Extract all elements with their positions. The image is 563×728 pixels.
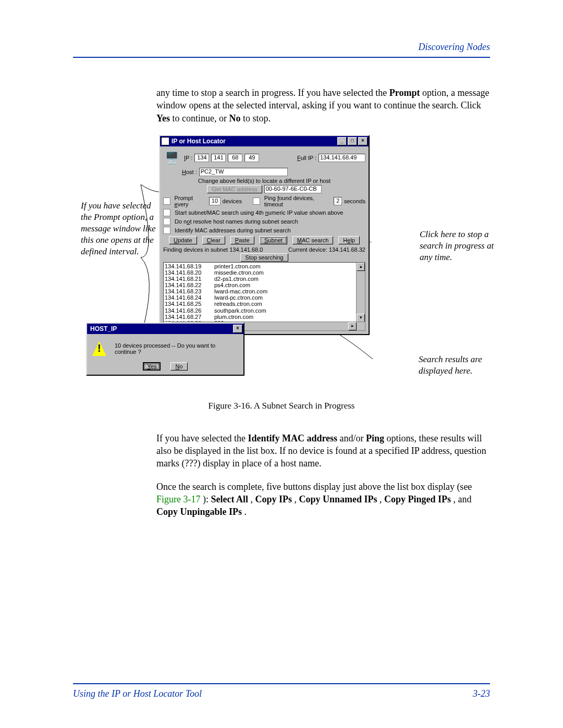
paragraph-3: Once the search is complete, five button… (156, 480, 490, 519)
page-footer: Using the IP or Host Locator Tool 3-23 (73, 683, 490, 699)
no-button[interactable]: No (170, 362, 187, 371)
text: to continue, or (173, 113, 229, 124)
list-item[interactable]: 134.141.68.22ps4.ctron.com (165, 282, 364, 288)
get-mac-button[interactable]: Get MAC address (207, 185, 262, 193)
app-icon (161, 137, 169, 145)
text-bold: Select All (211, 494, 248, 504)
identify-mac-label: Identify MAC addresses during subnet sea… (175, 227, 291, 233)
ip-octet-3[interactable]: 68 (228, 154, 242, 162)
mac-field[interactable]: 00-60-97-6E-C0-CB (264, 185, 322, 193)
text: If you have selected the (156, 433, 248, 443)
text: , (380, 494, 384, 504)
results-listbox[interactable]: 134.141.68.19printer1.ctron.com134.141.6… (163, 262, 365, 331)
paragraph-2: If you have selected the Identify MAC ad… (156, 432, 490, 470)
text: , and (454, 494, 472, 504)
paragraph-1: any time to stop a search in progress. I… (156, 87, 490, 125)
text-bold: Copy Pinged IPs (384, 494, 451, 504)
text: , (295, 494, 299, 504)
scroll-down-button[interactable]: ▾ (357, 314, 365, 322)
list-item[interactable]: 134.141.68.25retreads.ctron.com (165, 301, 364, 307)
prompt-checkbox[interactable] (163, 198, 170, 205)
hostip-title: HOST_IP (88, 325, 232, 332)
figure-link[interactable]: Figure 3-17 (156, 494, 201, 504)
annotation-right-bottom: Search results are displayed here. (419, 354, 505, 377)
scroll-right-button[interactable]: ▸ (348, 322, 357, 330)
no-resolve-label: Do not resolve host names during subnet … (175, 218, 298, 225)
globe-icon: 🖥️ (163, 150, 180, 166)
ip-octet-2[interactable]: 141 (211, 154, 226, 162)
text: any time to stop a search in progress. I… (156, 88, 389, 98)
text-bold: Ping (366, 433, 384, 443)
list-item[interactable]: 134.141.68.21d2-ps1.ctron.com (165, 276, 364, 282)
prompt-value[interactable]: 10 (209, 197, 220, 205)
footer-left: Using the IP or Host Locator Tool (73, 688, 202, 699)
ip-label: IP : (184, 155, 192, 161)
footer-right: 3-23 (473, 688, 490, 699)
ping-value[interactable]: 2 (334, 197, 342, 205)
subnet-button[interactable]: Subnet (260, 236, 287, 244)
list-item[interactable]: 134.141.68.26southpark.ctron.com (165, 307, 364, 314)
list-item[interactable]: 134.141.68.24lward-pc.ctron.com (165, 294, 364, 301)
list-item[interactable]: 134.141.68.23lward-mac.ctron.com (165, 288, 364, 294)
identify-mac-checkbox[interactable] (163, 227, 170, 234)
text: and/or (340, 433, 366, 443)
text-bold: Copy Unpingable IPs (156, 507, 242, 517)
hostip-dialog: HOST_IP × ! 10 devices processed -- Do y… (86, 323, 244, 376)
ping-label-pre: Ping found devices, timeout (264, 195, 332, 207)
text: . (244, 507, 247, 517)
text-bold: Copy Unnamed IPs (299, 494, 377, 504)
yes-button[interactable]: Yes (143, 362, 161, 371)
ip-locator-window: IP or Host Locator _ □ × 🖥️ IP : 134 141… (159, 135, 370, 335)
ip-octet-4[interactable]: 49 (244, 154, 259, 162)
stop-searching-button[interactable]: Stop searching (240, 253, 288, 262)
host-label: Host : (182, 169, 197, 175)
maximize-button[interactable]: □ (348, 137, 357, 145)
annotation-left: If you have selected the Prompt option, … (81, 200, 159, 257)
minimize-button[interactable]: _ (337, 137, 347, 145)
paste-button[interactable]: Paste (230, 236, 254, 244)
hostip-message: 10 devices processed -- Do you want to c… (115, 342, 238, 355)
scroll-up-button[interactable]: ▴ (357, 263, 365, 271)
list-item[interactable]: 134.141.68.27plum.ctron.com (165, 314, 364, 320)
status-left: Finding devices in subnet 134.141.68.0 (163, 246, 263, 253)
update-button[interactable]: Update (169, 236, 197, 244)
warning-icon: ! (92, 341, 106, 356)
ip-octet-1[interactable]: 134 (194, 154, 209, 162)
vertical-scrollbar[interactable]: ▴ ▾ (356, 263, 365, 322)
no-resolve-checkbox[interactable] (163, 218, 170, 225)
ping-checkbox[interactable] (253, 198, 260, 205)
figure-caption: Figure 3-16. A Subnet Search in Progress (73, 401, 490, 411)
help-button[interactable]: Help (338, 236, 360, 244)
text: Once the search is complete, five button… (156, 482, 472, 492)
fullip-field[interactable]: 134.141.68.49 (319, 154, 365, 162)
text-bold: Prompt (389, 88, 420, 98)
instruction-text: Change above field(s) to locate a differ… (163, 178, 365, 184)
text: ): (203, 494, 211, 504)
list-item[interactable]: 134.141.68.20missedie.ctron.com (165, 269, 364, 276)
figure-area: If you have selected the Prompt option, … (73, 135, 490, 385)
hostip-close-button[interactable]: × (233, 325, 242, 333)
ping-label-post: seconds (344, 198, 365, 204)
text-bold: Yes (156, 113, 170, 124)
titlebar[interactable]: IP or Host Locator _ □ × (160, 136, 369, 146)
clear-button[interactable]: Clear (202, 236, 225, 244)
fullip-label: Full IP : (297, 155, 316, 161)
page-header: Discovering Nodes (73, 42, 490, 58)
window-title: IP or Host Locator (169, 138, 336, 145)
status-right: Current device: 134.141.68.32 (288, 246, 365, 253)
start-search-checkbox[interactable] (163, 209, 170, 216)
start-search-label: Start subnet/MAC search using 4th numeri… (175, 209, 343, 216)
text-bold: Copy IPs (255, 494, 292, 504)
host-field[interactable]: PC2_TW (199, 168, 288, 176)
close-button[interactable]: × (358, 137, 368, 145)
prompt-label-pre: Prompt every (175, 195, 207, 207)
prompt-label-post: devices (223, 198, 242, 204)
hostip-titlebar[interactable]: HOST_IP × (87, 324, 243, 334)
text-bold: Identify MAC address (248, 433, 337, 443)
mac-search-button[interactable]: MAC search (292, 236, 334, 244)
text: to stop. (243, 113, 271, 124)
list-item[interactable]: 134.141.68.19printer1.ctron.com (165, 263, 364, 269)
annotation-right-top: Click here to stop a search in progress … (420, 229, 495, 263)
text-bold: No (229, 113, 240, 124)
